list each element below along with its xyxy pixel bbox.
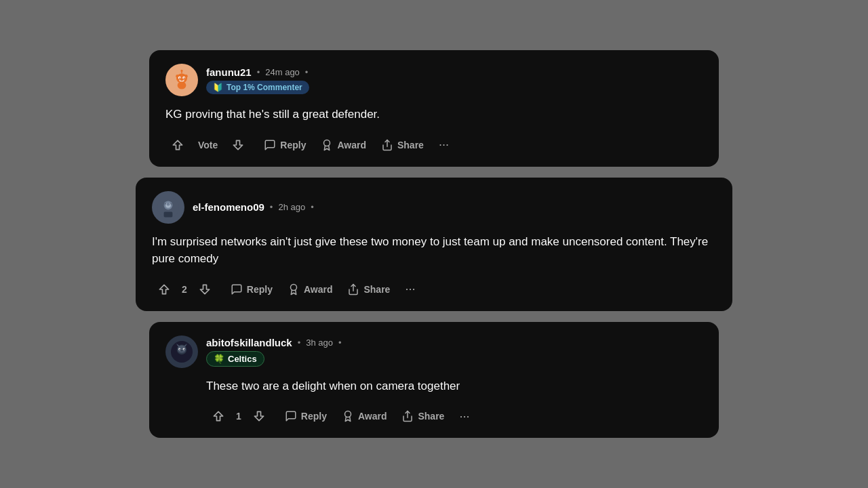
share-label-2: Share [363, 284, 390, 295]
share-icon-1 [381, 139, 393, 151]
award-icon-3 [342, 410, 354, 422]
username-1[interactable]: fanunu21 [206, 66, 252, 78]
vote-count-3: 1 [233, 411, 244, 422]
share-button-2[interactable]: Share [342, 279, 395, 300]
avatar-icon-2 [157, 197, 179, 218]
svg-point-26 [184, 348, 185, 350]
svg-point-10 [180, 70, 182, 72]
svg-point-18 [167, 202, 170, 205]
share-button-1[interactable]: Share [376, 135, 429, 155]
svg-point-6 [179, 77, 180, 79]
more-label-2: ··· [405, 282, 415, 296]
downvote-button-1[interactable] [226, 134, 250, 156]
comment-actions-1: Vote Reply Award [165, 134, 703, 156]
bullet2-2: • [311, 202, 314, 212]
reply-label-3: Reply [301, 411, 327, 422]
comment-body-1: KG proving that he's still a great defen… [165, 106, 703, 123]
upvote-button-1[interactable] [165, 134, 190, 156]
downvote-button-3[interactable] [247, 405, 271, 427]
comment-header-3: abitofskillandluck • 3h ago • 🍀 Celtics [165, 336, 703, 368]
vote-label-1: Vote [193, 136, 223, 155]
vote-count-2: 2 [179, 284, 190, 295]
reply-icon-3 [285, 410, 297, 422]
timestamp-1: 24m ago [265, 67, 300, 77]
comment-meta-top-3: abitofskillandluck • 3h ago • [206, 337, 342, 348]
timestamp-2: 2h ago [278, 202, 305, 212]
vote-section-1: Vote [165, 134, 250, 156]
reply-label-2: Reply [247, 284, 273, 295]
downvote-button-2[interactable] [193, 279, 217, 300]
award-icon-1 [321, 139, 333, 151]
comment-header-2: el-fenomeno09 • 2h ago • [152, 191, 716, 224]
downvote-icon-1 [231, 138, 245, 152]
share-label-1: Share [397, 140, 424, 150]
award-button-2[interactable]: Award [282, 279, 338, 300]
reply-button-1[interactable]: Reply [258, 135, 311, 155]
share-icon-2 [347, 283, 359, 296]
bullet2-1: • [305, 67, 309, 77]
reply-button-2[interactable]: Reply [225, 279, 278, 300]
share-button-3[interactable]: Share [396, 406, 450, 426]
more-button-2[interactable]: ··· [399, 279, 420, 299]
badge-text-1: Top 1% Commenter [226, 83, 302, 92]
more-button-3[interactable]: ··· [454, 407, 475, 426]
comment-meta-1: fanunu21 • 24m ago • 🔰 Top 1% Commenter [206, 66, 309, 94]
reply-icon-2 [231, 283, 243, 296]
more-label-3: ··· [459, 409, 469, 424]
avatar-icon-3 [171, 341, 193, 363]
share-label-3: Share [418, 411, 444, 422]
bullet-2: • [270, 202, 273, 212]
avatar-2 [152, 191, 184, 224]
award-icon-2 [288, 283, 300, 296]
award-label-3: Award [358, 411, 387, 422]
award-label-1: Award [337, 140, 366, 150]
bullet2-3: • [338, 338, 342, 348]
reply-button-3[interactable]: Reply [279, 406, 332, 426]
bullet-1: • [257, 67, 260, 77]
comment-card-2: el-fenomeno09 • 2h ago • I'm surprised n… [136, 178, 732, 311]
comment-card-1: fanunu21 • 24m ago • 🔰 Top 1% Commenter … [149, 50, 719, 167]
more-label-1: ··· [439, 138, 449, 152]
comment-actions-3: 1 Reply Award [165, 405, 703, 427]
username-2[interactable]: el-fenomeno09 [193, 201, 264, 213]
downvote-icon-2 [198, 283, 212, 296]
comment-header-1: fanunu21 • 24m ago • 🔰 Top 1% Commenter [165, 64, 703, 96]
comment-meta-top-2: el-fenomeno09 • 2h ago • [193, 201, 314, 213]
upvote-icon-1 [171, 138, 184, 152]
comment-meta-3: abitofskillandluck • 3h ago • 🍀 Celtics [206, 337, 342, 367]
avatar-1 [165, 64, 198, 96]
celtics-badge-icon: 🍀 [214, 354, 224, 364]
username-3[interactable]: abitofskillandluck [206, 337, 292, 348]
top-commenter-badge: 🔰 Top 1% Commenter [206, 81, 309, 94]
svg-rect-15 [164, 211, 173, 217]
award-button-1[interactable]: Award [315, 135, 372, 155]
svg-point-27 [180, 350, 182, 351]
upvote-icon-3 [212, 409, 225, 423]
upvote-button-3[interactable] [206, 405, 231, 427]
bullet-3: • [298, 338, 301, 348]
badge-icon: 🔰 [213, 83, 223, 92]
award-button-3[interactable]: Award [336, 406, 393, 426]
comment-meta-2: el-fenomeno09 • 2h ago • [193, 201, 314, 213]
vote-section-3: 1 [206, 405, 271, 427]
comment-body-3: These two are a delight when on camera t… [165, 378, 703, 395]
more-button-1[interactable]: ··· [433, 135, 454, 155]
svg-point-8 [178, 81, 186, 89]
upvote-icon-2 [157, 283, 171, 296]
downvote-icon-3 [252, 409, 266, 423]
badge-container-3: 🍀 Celtics [206, 351, 342, 367]
svg-point-25 [179, 348, 180, 350]
vote-section-2: 2 [152, 279, 217, 300]
celtics-badge: 🍀 Celtics [206, 351, 264, 367]
award-label-2: Award [304, 284, 333, 295]
comment-body-2: I'm surprised networks ain't just give t… [152, 233, 716, 268]
comment-card-3: abitofskillandluck • 3h ago • 🍀 Celtics … [149, 322, 719, 439]
avatar-3 [165, 336, 198, 368]
badge-text-3: Celtics [228, 354, 257, 364]
share-icon-3 [401, 410, 414, 422]
reply-icon-1 [264, 139, 276, 151]
upvote-button-2[interactable] [152, 279, 176, 300]
badge-container-1: 🔰 Top 1% Commenter [206, 81, 309, 94]
timestamp-3: 3h ago [306, 338, 333, 348]
comment-actions-2: 2 Reply Award [152, 279, 716, 300]
